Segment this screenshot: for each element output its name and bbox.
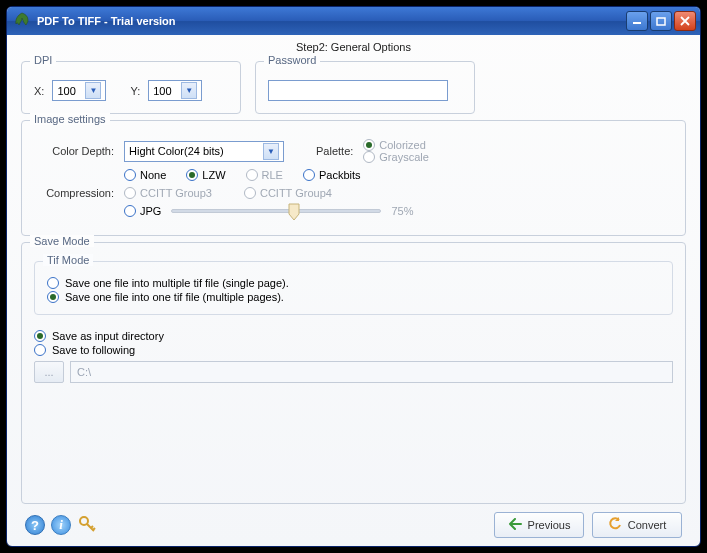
svg-rect-1 <box>657 18 665 25</box>
step-label: Step2: General Options <box>21 39 686 55</box>
image-settings-legend: Image settings <box>30 113 110 125</box>
minimize-button[interactable] <box>626 11 648 31</box>
chevron-down-icon: ▼ <box>85 82 101 99</box>
window-title: PDF To TIFF - Trial version <box>37 15 176 27</box>
palette-colorized-radio: Colorized <box>363 139 429 151</box>
compression-rle-radio: RLE <box>246 169 283 181</box>
refresh-icon <box>608 517 622 533</box>
maximize-button[interactable] <box>650 11 672 31</box>
compression-label: Compression: <box>34 187 114 199</box>
help-icon[interactable]: ? <box>25 515 45 535</box>
dpi-x-label: X: <box>34 85 44 97</box>
dpi-y-value: 100 <box>153 85 171 97</box>
compression-lzw-radio[interactable]: LZW <box>186 169 225 181</box>
footer: ? i Previous Convert <box>21 510 686 538</box>
svg-rect-0 <box>633 22 641 24</box>
titlebar: PDF To TIFF - Trial version <box>7 7 700 35</box>
slider-thumb-icon <box>287 202 301 222</box>
jpg-quality-value: 75% <box>391 205 413 217</box>
dpi-group: DPI X: 100 ▼ Y: 100 ▼ <box>21 61 241 114</box>
browse-button: ... <box>34 361 64 383</box>
info-icon[interactable]: i <box>51 515 71 535</box>
compression-jpg-radio[interactable]: JPG <box>124 205 161 217</box>
compression-none-radio[interactable]: None <box>124 169 166 181</box>
tif-multi-radio[interactable]: Save one file into one tif file (multipl… <box>47 290 660 304</box>
compression-ccitt4-radio: CCITT Group4 <box>244 187 332 199</box>
dpi-y-combo[interactable]: 100 ▼ <box>148 80 202 101</box>
tif-single-radio[interactable]: Save one file into multiple tif file (si… <box>47 276 660 290</box>
chevron-down-icon: ▼ <box>263 143 279 160</box>
tif-mode-legend: Tif Mode <box>43 254 93 266</box>
dpi-legend: DPI <box>30 54 56 66</box>
dpi-x-combo[interactable]: 100 ▼ <box>52 80 106 101</box>
compression-packbits-radio[interactable]: Packbits <box>303 169 361 181</box>
save-following-radio[interactable]: Save to following <box>34 343 673 357</box>
palette-grayscale-radio: Grayscale <box>363 151 429 163</box>
chevron-down-icon: ▼ <box>181 82 197 99</box>
image-settings-group: Image settings Color Depth: Hight Color(… <box>21 120 686 236</box>
color-depth-label: Color Depth: <box>34 145 114 157</box>
save-mode-group: Save Mode Tif Mode Save one file into mu… <box>21 242 686 504</box>
password-input[interactable] <box>268 80 448 101</box>
color-depth-value: Hight Color(24 bits) <box>129 145 224 157</box>
convert-button[interactable]: Convert <box>592 512 682 538</box>
dpi-y-label: Y: <box>130 85 140 97</box>
arrow-left-icon <box>508 518 522 532</box>
previous-button[interactable]: Previous <box>494 512 584 538</box>
password-legend: Password <box>264 54 320 66</box>
svg-point-2 <box>80 517 88 525</box>
color-depth-combo[interactable]: Hight Color(24 bits) ▼ <box>124 141 284 162</box>
save-mode-legend: Save Mode <box>30 235 94 247</box>
key-icon[interactable] <box>77 514 97 536</box>
close-button[interactable] <box>674 11 696 31</box>
jpg-quality-slider[interactable] <box>171 209 381 213</box>
app-logo-icon <box>13 12 31 30</box>
password-group: Password <box>255 61 475 114</box>
palette-label: Palette: <box>316 145 353 157</box>
dpi-x-value: 100 <box>57 85 75 97</box>
save-input-dir-radio[interactable]: Save as input directory <box>34 329 673 343</box>
save-path-input <box>70 361 673 383</box>
app-window: PDF To TIFF - Trial version Step2: Gener… <box>6 6 701 547</box>
compression-ccitt3-radio: CCITT Group3 <box>124 187 212 199</box>
tif-mode-group: Tif Mode Save one file into multiple tif… <box>34 261 673 315</box>
